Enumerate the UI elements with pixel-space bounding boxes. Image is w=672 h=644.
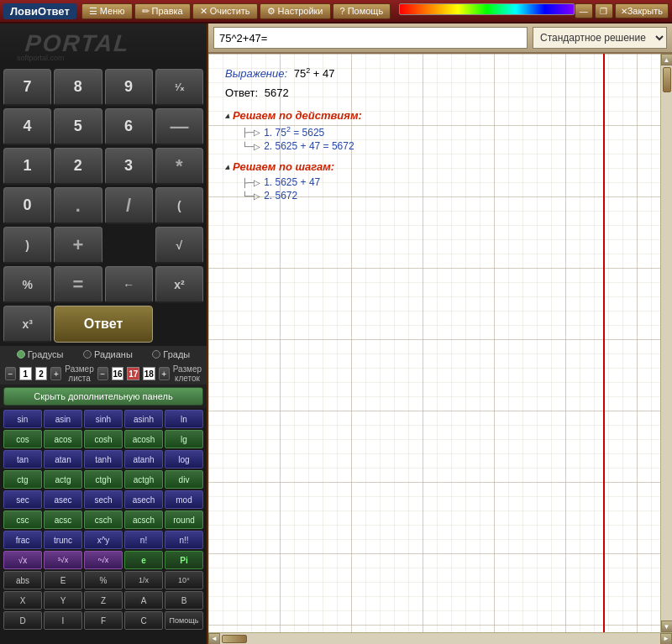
close-button[interactable]: ✕ Закрыть bbox=[615, 3, 669, 18]
btn-equals[interactable]: = bbox=[54, 266, 102, 303]
cell-size-plus[interactable]: + bbox=[159, 367, 170, 380]
hscroll-left-button[interactable]: ◄ bbox=[208, 633, 220, 645]
btn-divide[interactable]: / bbox=[105, 187, 153, 224]
btn-pi[interactable]: Pi bbox=[165, 551, 203, 569]
btn-sech[interactable]: sech bbox=[84, 490, 123, 509]
btn-minus[interactable]: — bbox=[155, 108, 203, 145]
scroll-thumb[interactable] bbox=[663, 67, 671, 92]
btn-acos[interactable]: acos bbox=[44, 430, 82, 448]
btn-help-extra[interactable]: Помощь bbox=[165, 611, 203, 630]
radio-grads[interactable]: Грады bbox=[152, 349, 190, 359]
btn-csch[interactable]: csch bbox=[84, 510, 123, 529]
btn-acosh[interactable]: acosh bbox=[124, 430, 163, 448]
btn-3[interactable]: 3 bbox=[105, 148, 153, 185]
hide-panel-button[interactable]: Скрыть дополнительную панель bbox=[3, 387, 203, 406]
btn-open-paren[interactable]: ( bbox=[155, 187, 203, 224]
btn-answer[interactable]: Ответ bbox=[54, 306, 153, 343]
btn-cube[interactable]: x³ bbox=[3, 306, 51, 343]
scroll-down-button[interactable]: ▼ bbox=[661, 620, 673, 632]
btn-4[interactable]: 4 bbox=[3, 108, 51, 145]
btn-2[interactable]: 2 bbox=[54, 148, 102, 185]
btn-mod[interactable]: mod bbox=[165, 490, 203, 509]
btn-multiply[interactable]: * bbox=[155, 148, 203, 185]
btn-asech[interactable]: asech bbox=[124, 490, 163, 509]
btn-cos[interactable]: cos bbox=[3, 430, 42, 448]
btn-lg[interactable]: lg bbox=[165, 430, 203, 448]
btn-factorial[interactable]: n! bbox=[124, 531, 163, 549]
btn-asin[interactable]: asin bbox=[44, 410, 82, 428]
btn-1overx[interactable]: 1/x bbox=[124, 571, 163, 589]
btn-sqrtx[interactable]: √x bbox=[3, 551, 42, 569]
btn-double-factorial[interactable]: n!! bbox=[165, 531, 203, 549]
btn-B[interactable]: B bbox=[165, 591, 203, 610]
btn-asinh[interactable]: asinh bbox=[124, 410, 163, 428]
hscroll-thumb[interactable] bbox=[222, 635, 247, 643]
btn-9[interactable]: 9 bbox=[105, 69, 153, 106]
btn-percent[interactable]: % bbox=[3, 266, 51, 303]
help-button[interactable]: ? Помощь bbox=[333, 3, 391, 19]
clear-button[interactable]: ✕ Очистить bbox=[192, 3, 258, 19]
btn-A[interactable]: A bbox=[124, 591, 163, 610]
btn-div[interactable]: div bbox=[165, 470, 203, 489]
btn-bigE[interactable]: E bbox=[44, 571, 82, 589]
btn-6[interactable]: 6 bbox=[105, 108, 153, 145]
btn-1[interactable]: 1 bbox=[3, 148, 51, 185]
menu-button[interactable]: ☰ Меню bbox=[81, 3, 133, 19]
btn-abs[interactable]: abs bbox=[3, 571, 42, 589]
btn-asec[interactable]: asec bbox=[44, 490, 82, 509]
btn-trunc[interactable]: trunc bbox=[44, 531, 82, 549]
btn-7[interactable]: 7 bbox=[3, 69, 51, 106]
btn-backspace[interactable]: ← bbox=[105, 266, 153, 303]
scroll-up-button[interactable]: ▲ bbox=[661, 54, 673, 65]
hscroll-right-button[interactable]: ► bbox=[660, 633, 672, 645]
btn-square[interactable]: x² bbox=[155, 266, 203, 303]
expression-input[interactable] bbox=[213, 27, 528, 49]
btn-xpowy[interactable]: x^y bbox=[84, 531, 123, 549]
btn-Y[interactable]: Y bbox=[44, 591, 82, 610]
minimize-button[interactable]: — bbox=[575, 3, 593, 18]
btn-I[interactable]: I bbox=[44, 611, 82, 630]
btn-dot[interactable]: . bbox=[54, 187, 102, 224]
sheet-size-minus[interactable]: − bbox=[5, 367, 16, 380]
btn-8[interactable]: 8 bbox=[54, 69, 102, 106]
btn-cbrtx[interactable]: ³√x bbox=[44, 551, 82, 569]
btn-inverse[interactable]: ¹⁄ₓ bbox=[155, 69, 203, 106]
btn-log[interactable]: log bbox=[165, 450, 203, 469]
solution-select[interactable]: Стандартное решение bbox=[533, 27, 667, 49]
btn-nthrtx[interactable]: ⁿ√x bbox=[84, 551, 123, 569]
btn-10x[interactable]: 10ˣ bbox=[165, 571, 203, 589]
btn-close-paren[interactable]: ) bbox=[3, 227, 51, 264]
btn-0[interactable]: 0 bbox=[3, 187, 51, 224]
btn-atan[interactable]: atan bbox=[44, 450, 82, 469]
btn-actgh[interactable]: actgh bbox=[124, 470, 163, 489]
btn-frac[interactable]: frac bbox=[3, 531, 42, 549]
sheet-size-plus[interactable]: + bbox=[50, 367, 61, 380]
btn-atanh[interactable]: atanh bbox=[124, 450, 163, 469]
btn-tan[interactable]: tan bbox=[3, 450, 42, 469]
btn-C[interactable]: C bbox=[124, 611, 163, 630]
btn-cosh[interactable]: cosh bbox=[84, 430, 123, 448]
btn-plus[interactable]: + bbox=[54, 227, 102, 264]
btn-sinh[interactable]: sinh bbox=[84, 410, 123, 428]
btn-pct[interactable]: % bbox=[84, 571, 123, 589]
restore-button[interactable]: ❐ bbox=[595, 3, 613, 18]
btn-ln[interactable]: ln bbox=[165, 410, 203, 428]
btn-actg[interactable]: actg bbox=[44, 470, 82, 489]
btn-acsch[interactable]: acsch bbox=[124, 510, 163, 529]
btn-Z[interactable]: Z bbox=[84, 591, 123, 610]
btn-X[interactable]: X bbox=[3, 591, 42, 610]
settings-button[interactable]: ⚙ Настройки bbox=[260, 3, 331, 19]
radio-radians[interactable]: Радианы bbox=[83, 349, 133, 359]
edit-button[interactable]: ✏ Правка bbox=[134, 3, 191, 19]
cell-size-minus[interactable]: − bbox=[97, 367, 108, 380]
btn-csc[interactable]: csc bbox=[3, 510, 42, 529]
btn-sin[interactable]: sin bbox=[3, 410, 42, 428]
btn-round[interactable]: round bbox=[165, 510, 203, 529]
btn-5[interactable]: 5 bbox=[54, 108, 102, 145]
btn-ctgh[interactable]: ctgh bbox=[84, 470, 123, 489]
btn-tanh[interactable]: tanh bbox=[84, 450, 123, 469]
btn-D[interactable]: D bbox=[3, 611, 42, 630]
btn-acsc[interactable]: acsc bbox=[44, 510, 82, 529]
btn-sec[interactable]: sec bbox=[3, 490, 42, 509]
btn-ctg[interactable]: ctg bbox=[3, 470, 42, 489]
